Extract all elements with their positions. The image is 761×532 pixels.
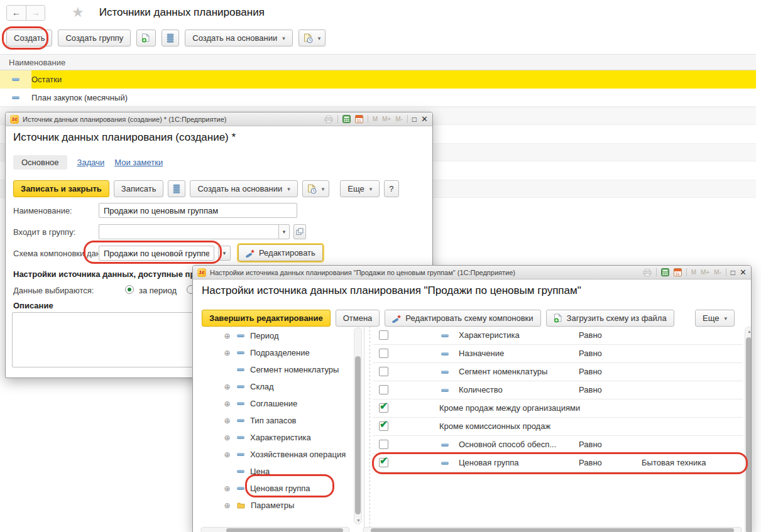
edit-schema-button[interactable]: Редактировать bbox=[238, 244, 323, 261]
copy-button[interactable] bbox=[136, 30, 156, 46]
radio-for-period[interactable] bbox=[125, 285, 134, 294]
memory-button-2[interactable]: M- bbox=[714, 269, 721, 276]
expand-plus-icon[interactable]: ⊕ bbox=[223, 501, 231, 510]
filter-row[interactable]: ✔Ценовая группаРавноБытовая техника bbox=[373, 454, 743, 472]
filter-row[interactable]: Сегмент номенклатурыРавно bbox=[373, 363, 743, 381]
calculator-icon[interactable] bbox=[661, 268, 669, 276]
memory-button-0[interactable]: M bbox=[373, 116, 378, 122]
maximize-icon[interactable]: □ bbox=[731, 269, 735, 276]
expand-plus-icon[interactable]: ⊕ bbox=[223, 484, 231, 493]
expand-plus-icon[interactable]: ⊕ bbox=[223, 433, 231, 442]
filter-row[interactable]: ✔Кроме продаж между организациями bbox=[373, 399, 743, 418]
dialog1-titlebar[interactable]: 1с Источник данных планирования (создани… bbox=[6, 112, 432, 126]
close-icon[interactable]: ✕ bbox=[421, 115, 428, 123]
filter-row[interactable]: НазначениеРавно bbox=[373, 345, 743, 363]
save-button[interactable]: Записать bbox=[114, 180, 164, 197]
checkbox-unchecked[interactable] bbox=[379, 367, 388, 376]
calculator-icon[interactable] bbox=[342, 115, 351, 123]
checkbox-checked[interactable]: ✔ bbox=[379, 458, 388, 467]
tab-main[interactable]: Основное bbox=[13, 155, 67, 170]
checkbox-unchecked[interactable] bbox=[379, 385, 388, 394]
schema-input[interactable] bbox=[99, 246, 214, 261]
name-input[interactable] bbox=[99, 203, 297, 218]
pane-divider[interactable] bbox=[364, 326, 364, 532]
checkbox-unchecked[interactable] bbox=[379, 349, 388, 358]
column-header-name[interactable]: Наименование bbox=[0, 54, 756, 70]
expand-plus-icon[interactable]: ⊕ bbox=[223, 383, 231, 391]
document-clock-button[interactable]: ▾ bbox=[302, 180, 330, 197]
dialog2-window-title: Настройки источника данных планирования … bbox=[210, 269, 515, 276]
expand-plus-icon[interactable]: ⊕ bbox=[223, 349, 231, 357]
list-settings-button[interactable] bbox=[168, 180, 185, 197]
forward-icon[interactable]: → bbox=[26, 6, 45, 20]
create-group-button[interactable]: Создать группу bbox=[58, 30, 131, 46]
tree-item[interactable]: ⊕Ценовая группа bbox=[200, 480, 354, 497]
schema-dropdown-icon[interactable]: ▾ bbox=[218, 246, 231, 261]
scroll-up-icon[interactable]: ▲ bbox=[746, 329, 751, 334]
help-button[interactable]: ? bbox=[384, 180, 398, 197]
tree-item[interactable]: ⊕Подразделение bbox=[200, 344, 354, 361]
maximize-icon[interactable]: □ bbox=[412, 116, 417, 123]
calendar-icon[interactable]: 31 bbox=[355, 115, 363, 123]
tree-vertical-scrollbar[interactable]: ▼ bbox=[354, 327, 362, 524]
tree-item[interactable]: ⊕Тип запасов bbox=[200, 412, 354, 429]
group-input[interactable] bbox=[99, 224, 278, 239]
table-row[interactable]: Остатки bbox=[0, 70, 756, 89]
checkbox-checked[interactable]: ✔ bbox=[379, 403, 388, 413]
tree-item[interactable]: ⊕Характеристика bbox=[200, 429, 354, 446]
expand-plus-icon[interactable]: ⊕ bbox=[223, 399, 231, 408]
tab-my-notes[interactable]: Мои заметки bbox=[114, 158, 163, 167]
expand-plus-icon[interactable]: ⊕ bbox=[223, 332, 231, 340]
tree-item[interactable]: ⊕Склад bbox=[200, 378, 354, 395]
expand-plus-icon[interactable]: ⊕ bbox=[223, 450, 231, 459]
filter-row[interactable]: КоличествоРавно bbox=[373, 381, 743, 399]
create-based-button[interactable]: Создать на основании▾ bbox=[185, 30, 292, 46]
finish-editing-button[interactable]: Завершить редактирование bbox=[202, 310, 331, 327]
tree-item[interactable]: Сегмент номенклатуры bbox=[200, 361, 354, 378]
filter-row[interactable]: ✔Кроме комиссионных продаж bbox=[373, 418, 743, 436]
create-based-button[interactable]: Создать на основании▾ bbox=[190, 180, 297, 197]
memory-button-1[interactable]: M+ bbox=[382, 116, 391, 122]
cancel-button[interactable]: Отмена bbox=[336, 310, 380, 327]
tree-item[interactable]: ⊕Хозяйственная операция bbox=[200, 446, 354, 463]
filter-row[interactable]: Основной способ обесп...Равно bbox=[373, 436, 743, 454]
tree-item[interactable]: Цена bbox=[200, 463, 354, 480]
table-row[interactable]: План закупок (месячный) bbox=[0, 89, 756, 107]
tree-item[interactable]: ⊕Период bbox=[200, 327, 354, 344]
print-icon[interactable] bbox=[643, 269, 652, 276]
group-open-button[interactable] bbox=[293, 224, 306, 239]
save-and-close-button[interactable]: Записать и закрыть bbox=[13, 180, 109, 197]
tree-item[interactable]: ⊕Параметры bbox=[200, 497, 354, 514]
close-icon[interactable]: ✕ bbox=[740, 268, 747, 276]
dialog2-titlebar[interactable]: 1с Настройки источника данных планирован… bbox=[193, 266, 751, 280]
tab-tasks[interactable]: Задачи bbox=[77, 158, 105, 167]
print-icon[interactable] bbox=[324, 116, 333, 123]
group-dropdown-icon[interactable]: ▾ bbox=[278, 224, 290, 239]
radio-for-period-label: за период bbox=[139, 286, 177, 295]
row-label: План закупок (месячный) bbox=[31, 93, 128, 102]
more-button[interactable]: Еще▾ bbox=[340, 180, 380, 197]
favorite-star-icon[interactable]: ★ bbox=[72, 4, 84, 21]
memory-button-1[interactable]: M+ bbox=[701, 269, 709, 276]
checkbox-checked[interactable]: ✔ bbox=[379, 421, 388, 431]
more-button[interactable]: Еще▾ bbox=[695, 310, 735, 327]
scroll-down-icon[interactable]: ▼ bbox=[355, 518, 362, 523]
tree-item[interactable]: ⊕Соглашение bbox=[200, 395, 354, 412]
filter-row[interactable]: ХарактеристикаРавно bbox=[373, 327, 743, 345]
tree-horizontal-scrollbar[interactable] bbox=[200, 527, 350, 532]
memory-button-0[interactable]: M bbox=[691, 269, 696, 276]
calendar-icon[interactable]: 31 bbox=[674, 268, 682, 276]
filters-horizontal-scrollbar[interactable] bbox=[363, 527, 742, 532]
filters-vertical-scrollbar[interactable]: ▲ bbox=[745, 327, 751, 532]
memory-button-2[interactable]: M- bbox=[395, 116, 403, 122]
document-clock-button[interactable]: ▾ bbox=[298, 30, 326, 46]
edit-composition-schema-button[interactable]: Редактировать схему компоновки bbox=[385, 310, 540, 327]
checkbox-unchecked[interactable] bbox=[379, 330, 388, 340]
expand-plus-icon[interactable]: ⊕ bbox=[223, 416, 231, 425]
settings-caption: Настройки источника данных, доступные пр… bbox=[13, 269, 200, 279]
back-icon[interactable]: ← bbox=[7, 6, 26, 20]
create-button[interactable]: Создать bbox=[6, 30, 52, 46]
list-settings-button[interactable] bbox=[162, 30, 179, 46]
load-schema-button[interactable]: Загрузить схему из файла bbox=[546, 310, 674, 327]
checkbox-unchecked[interactable] bbox=[379, 440, 388, 449]
